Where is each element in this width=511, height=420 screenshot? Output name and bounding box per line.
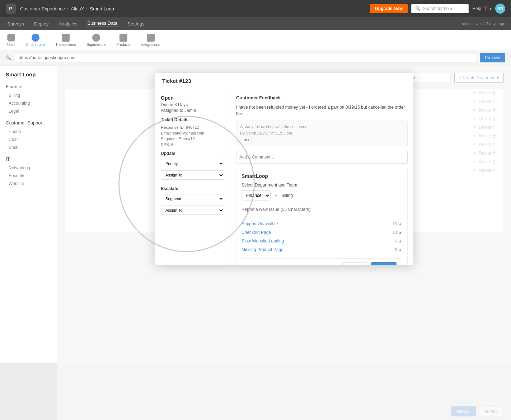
units-icon [7,34,15,42]
issue-link-2[interactable]: Checkout Page [242,230,271,235]
ticket-modal: Ticket #123 Open Due in 3 Days Assigned … [155,73,413,265]
nav-deploy[interactable]: Deploy [33,21,50,27]
ticket-details-title: Ticket Details [161,117,224,122]
breadcrumb-alias[interactable]: AliasX [71,6,84,11]
comment-author: By Sandi 11/2/17 at 11:53 pm [240,131,404,135]
update-button[interactable]: Update [371,262,397,265]
segment-select[interactable]: Segment [161,194,224,203]
sidebar-item-phone[interactable]: Phone [0,128,57,136]
dropdown-arrow-icon: ▾ [275,193,277,198]
nav-analytics[interactable]: Analytics [57,21,79,27]
smartloop-section: SmartLoop Select Department and Team Fin… [236,168,408,265]
sidebar-item-website[interactable]: Website [0,180,57,188]
url-bar: 🔍 Preview [0,50,511,66]
sidebar-it: IT Networking Security Website [0,154,57,188]
escalate-assign-select[interactable]: Assign To [161,206,224,215]
ticket-status: Open [161,95,224,101]
second-navbar: Surveys Deploy Analytics Business Data S… [0,17,511,30]
help-label: Help [472,6,481,11]
logo-icon: P [6,4,16,14]
sidebar-finance: Finance Billing Accounting Legal [0,82,57,115]
sidebar-item-chat[interactable]: Chat [0,136,57,143]
help-icon: ❓ [483,6,488,11]
sidebar-item-networking[interactable]: Networking [0,164,57,172]
chevron-up-icon-2: ▲ [398,230,402,235]
url-input[interactable] [15,53,476,62]
cancel-button[interactable]: Cancel [343,262,367,265]
nav-supervisors[interactable]: Supervisors [86,34,106,47]
ticket-body: Open Due in 3 Days Assigned to Jamie Tic… [155,89,413,265]
top-navbar: P Customer Experience › AliasX › Smart L… [0,0,511,17]
sidebar-item-email[interactable]: Email [0,143,57,151]
update-section-title: Update [161,151,224,156]
breadcrumb-app[interactable]: Customer Experience [20,6,65,11]
integrations-icon [147,34,155,42]
sidebar-item-billing[interactable]: Billing [0,91,57,99]
priority-select[interactable]: Priority [161,159,224,168]
preview-button[interactable]: Preview [480,53,505,62]
nav-units[interactable]: Units [7,34,15,47]
smart-loop-label: Smart Loop [26,43,45,47]
ticket-due: Due in 3 Days [161,102,224,107]
team-label: Billing [281,193,293,198]
nav-surveys[interactable]: Surveys [6,21,25,27]
nav-integrations[interactable]: Integrations [141,34,160,47]
issue-count-3: 6 ▲ [395,239,402,243]
issue-link-1[interactable]: Support Unavailble [242,221,278,226]
smart-loop-icon [32,34,39,42]
dept-select[interactable]: Finance [242,190,271,200]
url-search-icon: 🔍 [6,55,11,60]
issue-item-4: Missing Product Page 6 ▲ [242,245,402,254]
nav-business-data[interactable]: Business Data [86,20,119,27]
dept-team-title: Select Department and Team [242,183,402,188]
sidebar-item-security[interactable]: Security [0,172,57,180]
chevron-up-icon-3: ▲ [398,239,402,243]
search-help-box[interactable]: 🔍 Search for help [411,4,469,13]
page-title-sidebar: Smart Loop [0,71,57,82]
assign-to-select[interactable]: Assign To [161,170,224,180]
search-help-label: Search for help [423,6,452,11]
nav-products[interactable]: Products [116,34,130,47]
comment-input[interactable] [236,151,408,164]
chevron-up-icon: ▲ [398,222,402,226]
smartloop-title: SmartLoop [242,173,402,179]
issue-item-2: Checkout Page 13 ▲ [242,228,402,237]
nav-settings[interactable]: Settings [126,21,146,27]
avatar-button[interactable]: NR [495,4,505,14]
chevron-up-icon-4: ▲ [398,247,402,252]
comment-response: ...nse. [240,137,404,142]
breadcrumb: Customer Experience › AliasX › Smart Loo… [20,6,114,11]
upgrade-button[interactable]: Upgrade Now [370,4,408,13]
sidebar-item-legal[interactable]: Legal [0,107,57,115]
supervisors-label: Supervisors [86,43,106,47]
sidebar-item-accounting[interactable]: Accounting [0,99,57,107]
issue-link-4[interactable]: Missing Product Page [242,247,283,252]
issue-count-2: 13 ▲ [393,230,402,235]
integrations-label: Integrations [141,43,160,47]
report-issue-input[interactable] [242,204,402,215]
ticket-left-panel: Open Due in 3 Days Assigned to Jamie Tic… [155,89,230,265]
comment-resolved-text: Already followed up with the customer [240,124,404,129]
modal-overlay: Ticket #123 Open Due in 3 Days Assigned … [57,66,511,420]
issue-link-3[interactable]: Slow Website Loading [242,239,284,244]
breadcrumb-page: Smart Loop [90,6,114,11]
products-icon [119,34,127,42]
avatar-label: NR [497,6,503,11]
issue-count-1: 13 ▲ [393,222,402,226]
ticket-nps: NPS: 6 [161,142,224,147]
help-button[interactable]: Help ❓ ▾ [472,6,492,11]
feedback-title: Customer Feedback [236,95,408,100]
chevron-down-icon: ▾ [489,6,492,11]
ticket-segment: Segment: Store#12 [161,137,224,141]
sidebar-dept-support: Customer Support [0,118,57,128]
nav-transactions[interactable]: Transactions [56,34,76,47]
transactions-label: Transactions [56,43,76,47]
sidebar-customer-support: Customer Support Phone Chat Email [0,118,57,151]
issue-list: Support Unavailble 13 ▲ Checkout Page [242,220,402,254]
issue-item-1: Support Unavailble 13 ▲ [242,220,402,228]
breadcrumb-sep2: › [86,6,88,11]
last-edit-label: Last edit was 12 days ago [460,22,505,26]
sidebar-dept-it: IT [0,154,57,164]
nav-smart-loop[interactable]: Smart Loop [26,34,45,47]
ticket-response-id: Response ID: 646712 [161,125,224,129]
